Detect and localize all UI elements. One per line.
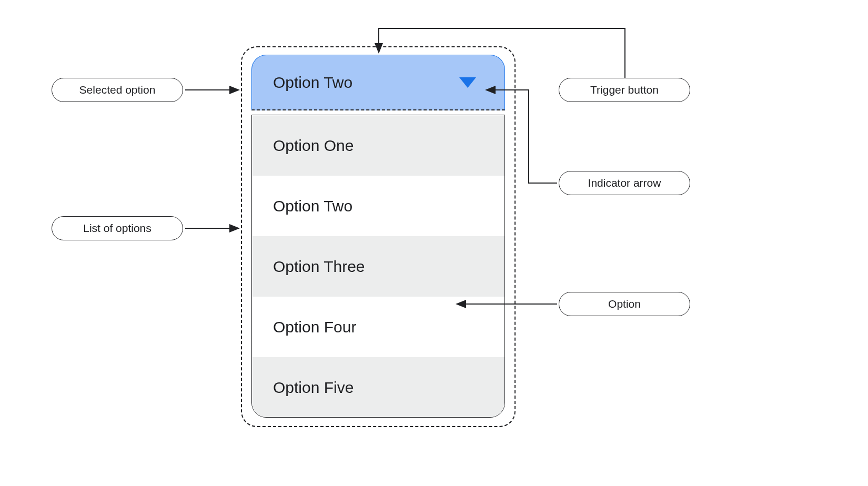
annotation-indicator-arrow: Indicator arrow [559,171,690,195]
list-item[interactable]: Option Four [252,297,504,357]
list-item[interactable]: Option Five [252,357,504,418]
annotation-trigger-button: Trigger button [559,78,690,102]
annotation-label: Selected option [79,84,156,96]
annotation-option: Option [559,292,690,316]
option-label: Option One [273,137,354,155]
list-item[interactable]: Option Three [252,236,504,297]
diagram-canvas: Selected option List of options Trigger … [0,0,868,486]
option-label: Option Three [273,258,365,276]
options-list: Option One Option Two Option Three Optio… [251,115,505,418]
selected-option-text: Option Two [273,74,352,92]
annotation-label: Indicator arrow [588,177,661,189]
annotation-label: Option [608,298,641,310]
chevron-down-icon [459,77,476,88]
annotation-list-of-options: List of options [52,216,183,240]
annotation-label: Trigger button [590,84,659,96]
annotation-selected-option: Selected option [52,78,183,102]
option-label: Option Four [273,318,356,336]
list-item[interactable]: Option Two [252,176,504,236]
trigger-button[interactable]: Option Two [251,55,505,110]
list-item[interactable]: Option One [252,115,504,176]
option-label: Option Five [273,379,354,397]
option-label: Option Two [273,197,352,215]
annotation-label: List of options [83,222,152,234]
